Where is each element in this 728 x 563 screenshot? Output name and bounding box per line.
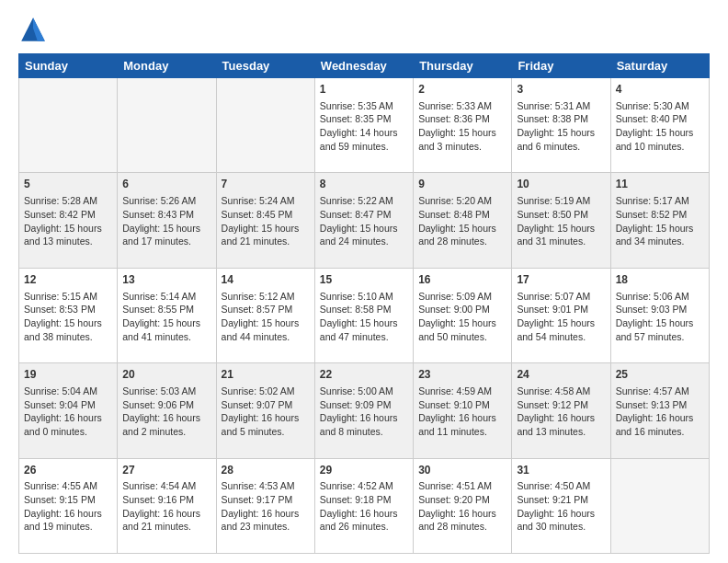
day-number: 17 (517, 272, 605, 288)
page: SundayMondayTuesdayWednesdayThursdayFrid… (0, 0, 728, 563)
calendar-cell: 17Sunrise: 5:07 AMSunset: 9:01 PMDayligh… (512, 268, 610, 362)
calendar-cell: 5Sunrise: 5:28 AMSunset: 8:42 PMDaylight… (19, 173, 118, 268)
calendar-cell: 18Sunrise: 5:06 AMSunset: 9:03 PMDayligh… (610, 268, 709, 362)
day-number: 29 (320, 463, 408, 478)
day-number: 6 (122, 177, 210, 192)
calendar-header-wednesday: Wednesday (314, 54, 413, 78)
day-number: 15 (320, 272, 408, 288)
calendar-header-sunday: Sunday (19, 54, 118, 78)
calendar-cell (118, 78, 216, 173)
calendar-cell: 6Sunrise: 5:26 AMSunset: 8:43 PMDaylight… (118, 173, 216, 268)
day-number: 24 (517, 367, 605, 383)
calendar-cell: 21Sunrise: 5:02 AMSunset: 9:07 PMDayligh… (216, 363, 314, 458)
calendar-cell: 27Sunrise: 4:54 AMSunset: 9:16 PMDayligh… (118, 458, 216, 553)
day-number: 26 (24, 463, 112, 478)
day-number: 16 (418, 272, 506, 288)
calendar-cell: 16Sunrise: 5:09 AMSunset: 9:00 PMDayligh… (414, 268, 512, 362)
calendar-header-thursday: Thursday (414, 54, 512, 78)
day-number: 18 (616, 272, 704, 288)
day-number: 11 (616, 177, 704, 192)
calendar-cell (610, 458, 709, 553)
calendar-cell: 12Sunrise: 5:15 AMSunset: 8:53 PMDayligh… (19, 268, 118, 362)
day-number: 14 (222, 272, 310, 288)
calendar-cell: 22Sunrise: 5:00 AMSunset: 9:09 PMDayligh… (314, 363, 413, 458)
day-number: 1 (320, 82, 408, 98)
calendar-cell: 29Sunrise: 4:52 AMSunset: 9:18 PMDayligh… (314, 458, 413, 553)
day-number: 20 (122, 367, 210, 383)
calendar-cell: 30Sunrise: 4:51 AMSunset: 9:20 PMDayligh… (414, 458, 512, 553)
calendar-cell: 23Sunrise: 4:59 AMSunset: 9:10 PMDayligh… (414, 363, 512, 458)
day-number: 7 (222, 177, 310, 192)
calendar-cell: 4Sunrise: 5:30 AMSunset: 8:40 PMDaylight… (610, 78, 709, 173)
day-number: 30 (418, 463, 506, 478)
calendar-week-row: 12Sunrise: 5:15 AMSunset: 8:53 PMDayligh… (19, 268, 710, 362)
calendar-week-row: 26Sunrise: 4:55 AMSunset: 9:15 PMDayligh… (19, 458, 710, 553)
day-number: 23 (418, 367, 506, 383)
calendar-cell: 8Sunrise: 5:22 AMSunset: 8:47 PMDaylight… (314, 173, 413, 268)
logo (18, 15, 51, 44)
calendar-header-saturday: Saturday (610, 54, 709, 78)
calendar-cell: 26Sunrise: 4:55 AMSunset: 9:15 PMDayligh… (19, 458, 118, 553)
day-number: 9 (418, 177, 506, 192)
calendar-cell: 20Sunrise: 5:03 AMSunset: 9:06 PMDayligh… (118, 363, 216, 458)
logo-icon (18, 15, 48, 44)
calendar-cell: 1Sunrise: 5:35 AMSunset: 8:35 PMDaylight… (314, 78, 413, 173)
day-number: 19 (24, 367, 112, 383)
calendar-cell: 3Sunrise: 5:31 AMSunset: 8:38 PMDaylight… (512, 78, 610, 173)
calendar-header-row: SundayMondayTuesdayWednesdayThursdayFrid… (19, 54, 710, 78)
day-number: 13 (122, 272, 210, 288)
calendar-cell: 14Sunrise: 5:12 AMSunset: 8:57 PMDayligh… (216, 268, 314, 362)
day-number: 22 (320, 367, 408, 383)
calendar-table: SundayMondayTuesdayWednesdayThursdayFrid… (18, 53, 710, 554)
day-number: 3 (517, 82, 605, 98)
day-number: 2 (418, 82, 506, 98)
calendar-week-row: 19Sunrise: 5:04 AMSunset: 9:04 PMDayligh… (19, 363, 710, 458)
calendar-cell: 31Sunrise: 4:50 AMSunset: 9:21 PMDayligh… (512, 458, 610, 553)
calendar-cell: 24Sunrise: 4:58 AMSunset: 9:12 PMDayligh… (512, 363, 610, 458)
calendar-cell: 7Sunrise: 5:24 AMSunset: 8:45 PMDaylight… (216, 173, 314, 268)
day-number: 5 (24, 177, 112, 192)
day-number: 25 (616, 367, 704, 383)
day-number: 31 (517, 463, 605, 478)
day-number: 21 (222, 367, 310, 383)
calendar-week-row: 5Sunrise: 5:28 AMSunset: 8:42 PMDaylight… (19, 173, 710, 268)
calendar-cell: 28Sunrise: 4:53 AMSunset: 9:17 PMDayligh… (216, 458, 314, 553)
calendar-cell (216, 78, 314, 173)
calendar-cell: 19Sunrise: 5:04 AMSunset: 9:04 PMDayligh… (19, 363, 118, 458)
calendar-cell: 11Sunrise: 5:17 AMSunset: 8:52 PMDayligh… (610, 173, 709, 268)
calendar-cell (19, 78, 118, 173)
calendar-header-friday: Friday (512, 54, 610, 78)
calendar-cell: 15Sunrise: 5:10 AMSunset: 8:58 PMDayligh… (314, 268, 413, 362)
calendar-header-monday: Monday (118, 54, 216, 78)
calendar-cell: 9Sunrise: 5:20 AMSunset: 8:48 PMDaylight… (414, 173, 512, 268)
day-number: 8 (320, 177, 408, 192)
header (18, 15, 710, 44)
calendar-cell: 25Sunrise: 4:57 AMSunset: 9:13 PMDayligh… (610, 363, 709, 458)
calendar-cell: 13Sunrise: 5:14 AMSunset: 8:55 PMDayligh… (118, 268, 216, 362)
calendar-cell: 2Sunrise: 5:33 AMSunset: 8:36 PMDaylight… (414, 78, 512, 173)
calendar-header-tuesday: Tuesday (216, 54, 314, 78)
calendar-cell: 10Sunrise: 5:19 AMSunset: 8:50 PMDayligh… (512, 173, 610, 268)
day-number: 12 (24, 272, 112, 288)
day-number: 10 (517, 177, 605, 192)
calendar-week-row: 1Sunrise: 5:35 AMSunset: 8:35 PMDaylight… (19, 78, 710, 173)
day-number: 28 (222, 463, 310, 478)
day-number: 4 (616, 82, 704, 98)
day-number: 27 (122, 463, 210, 478)
